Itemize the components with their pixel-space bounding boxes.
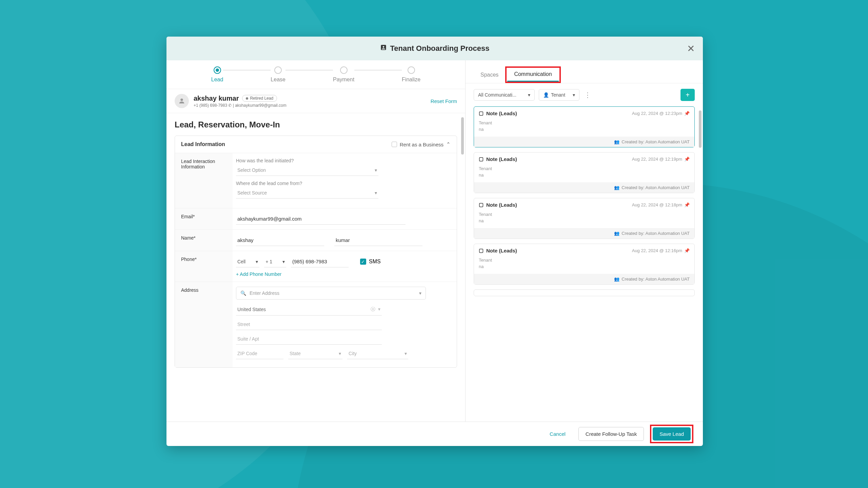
- email-label: Email*: [175, 208, 233, 229]
- note-icon: ▢: [479, 247, 484, 253]
- user-icon: 👥: [614, 139, 619, 144]
- search-icon: 🔍: [240, 290, 246, 296]
- note-item[interactable]: [474, 289, 695, 296]
- person-contact: +1 (985) 698-7983 ✆ | akshaykumar99@gmai…: [194, 103, 426, 108]
- question-source: Where did the lead come from?: [236, 181, 453, 186]
- filter-all-select[interactable]: All Communicati...▾: [474, 89, 535, 101]
- note-item[interactable]: ▢Note (Leads)Aug 22, 2024 @ 12:16pm📌 Ten…: [474, 244, 695, 285]
- select-source[interactable]: Select Source▾: [236, 187, 378, 199]
- chevron-down-icon: ▾: [573, 92, 575, 98]
- suite-input[interactable]: Suite / Apt: [236, 333, 382, 345]
- right-pane: Spaces Communication All Communicati...▾…: [466, 60, 703, 422]
- person-info: akshay kumarRetired Lead +1 (985) 698-79…: [194, 95, 426, 108]
- address-label: Address: [175, 282, 233, 367]
- pin-icon: 📌: [684, 111, 690, 116]
- svg-point-1: [382, 46, 384, 48]
- step-lead[interactable]: Lead: [211, 66, 223, 83]
- scrollbar[interactable]: [461, 117, 465, 418]
- state-select[interactable]: State▾: [288, 348, 342, 359]
- note-item[interactable]: ▢Note (Leads)Aug 22, 2024 @ 12:23pm📌 Ten…: [474, 106, 695, 147]
- add-phone-link[interactable]: + Add Phone Number: [236, 271, 453, 277]
- scrollbar[interactable]: [699, 110, 702, 418]
- first-name-input[interactable]: [236, 235, 324, 246]
- reset-form-link[interactable]: Reset Form: [431, 98, 457, 104]
- sms-checkbox[interactable]: ✓SMS: [360, 259, 381, 265]
- note-item[interactable]: ▢Note (Leads)Aug 22, 2024 @ 12:18pm📌 Ten…: [474, 198, 695, 239]
- modal: Tenant Onboarding Process ✕ Lead Lease P…: [166, 37, 703, 446]
- chevron-down-icon: ▾: [375, 167, 377, 173]
- last-name-input[interactable]: [334, 235, 422, 246]
- email-input[interactable]: [236, 213, 406, 225]
- card-title: Lead Information: [181, 141, 225, 147]
- pin-icon: 📌: [684, 248, 690, 253]
- checkbox-checked-icon: ✓: [360, 259, 366, 265]
- more-button[interactable]: ⋮: [584, 91, 592, 99]
- chevron-down-icon: ▾: [528, 92, 530, 98]
- pin-icon: 📌: [684, 202, 690, 207]
- lead-info-card: Lead Information Rent as a Business ⌃ Le…: [175, 136, 457, 368]
- cancel-button[interactable]: Cancel: [543, 427, 572, 441]
- tab-spaces[interactable]: Spaces: [474, 68, 505, 81]
- right-tabs: Spaces Communication: [466, 60, 703, 83]
- filter-tenant-select[interactable]: 👤Tenant▾: [539, 89, 579, 101]
- contact-icon: [380, 44, 387, 53]
- person-header: akshay kumarRetired Lead +1 (985) 698-79…: [166, 89, 465, 113]
- close-button[interactable]: ✕: [687, 43, 695, 54]
- status-badge: Retired Lead: [242, 95, 277, 102]
- person-name: akshay kumar: [194, 95, 239, 102]
- street-input[interactable]: Street: [236, 319, 382, 330]
- chevron-down-icon: ▾: [375, 190, 377, 196]
- person-icon: 👤: [543, 92, 549, 98]
- stepper: Lead Lease Payment Finalize: [166, 60, 465, 89]
- highlight-box: Communication: [505, 66, 560, 83]
- svg-point-2: [180, 99, 183, 101]
- modal-header: Tenant Onboarding Process ✕: [166, 37, 703, 60]
- left-pane: Lead Lease Payment Finalize akshay kumar…: [166, 60, 466, 422]
- question-initiated: How was the lead initiated?: [236, 158, 453, 163]
- followup-button[interactable]: Create Follow-Up Task: [578, 427, 644, 441]
- step-payment[interactable]: Payment: [333, 66, 354, 83]
- notes-list: ▢Note (Leads)Aug 22, 2024 @ 12:23pm📌 Ten…: [466, 106, 703, 422]
- modal-body: Lead Lease Payment Finalize akshay kumar…: [166, 60, 703, 422]
- save-lead-button[interactable]: Save Lead: [653, 427, 691, 441]
- highlight-box: Save Lead: [650, 425, 693, 443]
- chevron-down-icon: ▾: [256, 259, 258, 264]
- section-title: Lead, Reservation, Move-In: [175, 120, 457, 129]
- name-label: Name*: [175, 230, 233, 251]
- chevron-up-icon: ⌃: [446, 141, 451, 147]
- country-select[interactable]: United Statesⓧ ▾: [236, 304, 382, 316]
- note-icon: ▢: [479, 110, 484, 116]
- user-icon: 👥: [614, 231, 619, 236]
- comm-toolbar: All Communicati...▾ 👤Tenant▾ ⋮ +: [466, 83, 703, 106]
- note-item[interactable]: ▢Note (Leads)Aug 22, 2024 @ 12:19pm📌 Ten…: [474, 152, 695, 193]
- step-finalize[interactable]: Finalize: [402, 66, 420, 83]
- avatar: [175, 94, 189, 108]
- phone-label: Phone*: [175, 251, 233, 282]
- step-lease[interactable]: Lease: [271, 66, 285, 83]
- user-icon: 👥: [614, 185, 619, 190]
- add-note-button[interactable]: +: [680, 89, 695, 101]
- chevron-down-icon: ▾: [419, 290, 421, 296]
- interaction-label: Lead Interaction Information: [175, 153, 233, 208]
- modal-footer: Cancel Create Follow-Up Task Save Lead: [166, 422, 703, 446]
- address-search[interactable]: 🔍Enter Address ▾: [236, 287, 426, 300]
- phone-cc-select[interactable]: + 1▾: [264, 256, 286, 267]
- modal-title: Tenant Onboarding Process: [380, 44, 490, 53]
- city-select[interactable]: City▾: [347, 348, 408, 359]
- chevron-down-icon: ▾: [282, 259, 285, 264]
- note-icon: ▢: [479, 156, 484, 162]
- tab-communication[interactable]: Communication: [507, 68, 558, 82]
- user-icon: 👥: [614, 277, 619, 282]
- pin-icon: 📌: [684, 157, 690, 162]
- checkbox-icon: [392, 142, 397, 147]
- form-content: Lead, Reservation, Move-In Lead Informat…: [166, 113, 465, 422]
- phone-number-input[interactable]: [291, 256, 349, 267]
- rent-business-checkbox[interactable]: Rent as a Business ⌃: [392, 141, 451, 147]
- modal-title-text: Tenant Onboarding Process: [390, 44, 490, 53]
- note-icon: ▢: [479, 202, 484, 208]
- select-initiated[interactable]: Select Option▾: [236, 165, 378, 176]
- phone-type-select[interactable]: Cell▾: [236, 256, 259, 267]
- zip-input[interactable]: ZIP Code: [236, 348, 283, 359]
